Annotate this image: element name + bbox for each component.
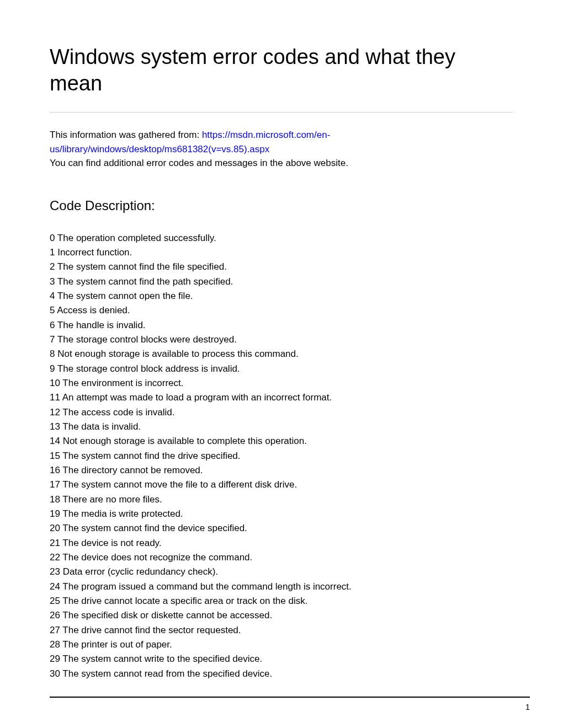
code-row: 29 The system cannot write to the specif… xyxy=(50,652,513,666)
code-row: 3 The system cannot find the path specif… xyxy=(50,275,513,289)
footer-rule xyxy=(50,697,530,698)
code-row: 25 The drive cannot locate a specific ar… xyxy=(50,594,513,608)
code-row: 9 The storage control block address is i… xyxy=(50,362,513,376)
code-row: 12 The access code is invalid. xyxy=(50,405,513,420)
code-row: 1 Incorrect function. xyxy=(50,245,513,260)
code-row: 8 Not enough storage is available to pro… xyxy=(50,347,513,361)
code-row: 24 The program issued a command but the … xyxy=(50,580,513,594)
title-separator xyxy=(50,112,513,113)
intro-paragraph: This information was gathered from: http… xyxy=(50,128,513,170)
code-row: 0 The operation completed successfully. xyxy=(50,231,513,245)
code-row: 10 The environment is incorrect. xyxy=(50,376,513,390)
code-row: 6 The handle is invalid. xyxy=(50,318,513,333)
code-row: 13 The data is invalid. xyxy=(50,420,513,434)
code-row: 15 The system cannot find the drive spec… xyxy=(50,449,513,463)
code-row: 17 The system cannot move the file to a … xyxy=(50,478,513,492)
code-list: 0 The operation completed successfully.1… xyxy=(50,231,513,682)
code-row: 18 There are no more files. xyxy=(50,493,513,507)
code-row: 11 An attempt was made to load a program… xyxy=(50,390,513,405)
code-row: 5 Access is denied. xyxy=(50,303,513,318)
code-row: 23 Data error (cyclic redundancy check). xyxy=(50,565,513,579)
code-row: 26 The specified disk or diskette cannot… xyxy=(50,608,513,623)
code-row: 30 The system cannot read from the speci… xyxy=(50,667,513,681)
code-row: 16 The directory cannot be removed. xyxy=(50,463,513,478)
code-row: 22 The device does not recognize the com… xyxy=(50,550,513,565)
code-row: 2 The system cannot find the file specif… xyxy=(50,260,513,274)
page-title: Windows system error codes and what they… xyxy=(50,44,513,97)
code-row: 4 The system cannot open the file. xyxy=(50,289,513,303)
code-row: 19 The media is write protected. xyxy=(50,507,513,521)
code-row: 21 The device is not ready. xyxy=(50,536,513,550)
page-number: 1 xyxy=(525,702,530,711)
code-row: 7 The storage control blocks were destro… xyxy=(50,333,513,347)
section-heading: Code Description: xyxy=(50,198,513,213)
code-row: 20 The system cannot find the device spe… xyxy=(50,521,513,536)
intro-suffix: You can find additional error codes and … xyxy=(50,158,348,168)
code-row: 14 Not enough storage is available to co… xyxy=(50,434,513,448)
intro-prefix: This information was gathered from: xyxy=(50,130,202,140)
code-row: 28 The printer is out of paper. xyxy=(50,638,513,652)
code-row: 27 The drive cannot find the sector requ… xyxy=(50,623,513,638)
